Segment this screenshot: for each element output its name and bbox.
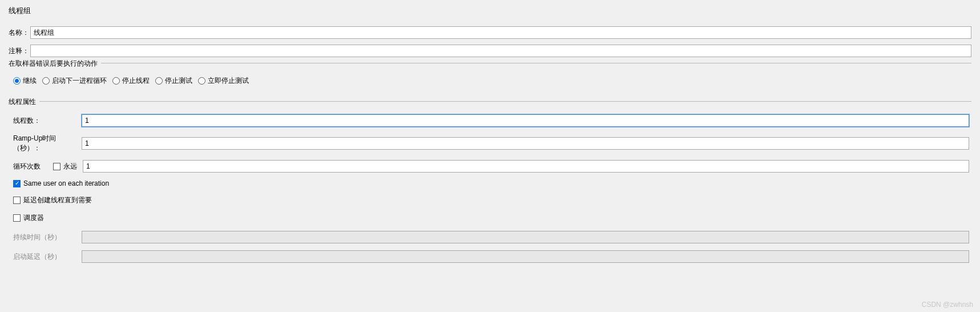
radio-stop-test-now[interactable]: 立即停止测试 [198, 76, 249, 86]
radio-icon [42, 77, 50, 85]
radio-icon [198, 77, 205, 85]
page-title: 线程组 [9, 6, 971, 16]
checkbox-icon [13, 214, 21, 222]
comment-label: 注释： [9, 46, 30, 56]
same-user-label: Same user on each iteration [23, 179, 109, 187]
same-user-checkbox[interactable]: ✓ Same user on each iteration [13, 179, 109, 187]
watermark: CSDN @zwhnsh [922, 301, 973, 309]
radio-stop-test[interactable]: 停止测试 [155, 76, 192, 86]
thread-props-legend: 线程属性 [9, 97, 39, 107]
rampup-input[interactable] [82, 137, 969, 150]
forever-label: 永远 [63, 162, 77, 171]
scheduler-checkbox[interactable]: 调度器 [13, 213, 44, 223]
delay-create-label: 延迟创建线程直到需要 [23, 195, 92, 205]
radio-stop-thread[interactable]: 停止线程 [112, 76, 150, 86]
duration-input [82, 231, 969, 243]
startup-delay-label: 启动延迟（秒） [13, 252, 82, 262]
loop-label: 循环次数 [13, 162, 53, 171]
duration-label: 持续时间（秒） [13, 233, 82, 242]
checkbox-icon [13, 197, 21, 204]
threads-label: 线程数： [13, 116, 82, 126]
forever-checkbox[interactable]: 永远 [53, 162, 77, 171]
rampup-label: Ramp-Up时间（秒）： [13, 134, 82, 153]
radio-label: 停止线程 [122, 76, 150, 86]
name-input[interactable] [30, 26, 971, 39]
radio-label: 启动下一进程循环 [52, 76, 107, 86]
radio-icon [155, 77, 163, 85]
thread-props-fieldset: 线程属性 线程数： Ramp-Up时间（秒）： 循环次数 永远 ✓ Same u… [9, 101, 971, 273]
radio-continue[interactable]: 继续 [13, 76, 37, 86]
radio-label: 停止测试 [165, 76, 192, 86]
scheduler-label: 调度器 [23, 213, 44, 223]
checkbox-icon [53, 163, 61, 170]
radio-icon [112, 77, 120, 85]
threads-input[interactable] [82, 114, 969, 127]
checkbox-icon: ✓ [13, 180, 21, 187]
delay-create-checkbox[interactable]: 延迟创建线程直到需要 [13, 195, 92, 205]
startup-delay-input [82, 250, 969, 263]
name-label: 名称： [9, 28, 30, 38]
comment-input[interactable] [30, 45, 971, 57]
error-action-legend: 在取样器错误后要执行的动作 [9, 59, 101, 69]
loop-input[interactable] [83, 160, 969, 173]
radio-label: 立即停止测试 [208, 76, 249, 86]
radio-label: 继续 [23, 76, 37, 86]
radio-icon [13, 77, 21, 85]
radio-start-next[interactable]: 启动下一进程循环 [42, 76, 107, 86]
error-action-fieldset: 在取样器错误后要执行的动作 继续 启动下一进程循环 停止线程 停止测试 立即停止… [9, 63, 971, 92]
